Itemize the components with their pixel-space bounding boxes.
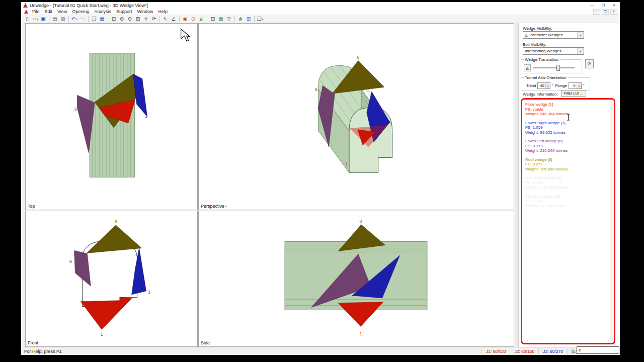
- table-icon[interactable]: ⊞: [245, 16, 253, 23]
- spin-down-icon[interactable]: ▼: [578, 86, 580, 88]
- grid-icon[interactable]: ⊟: [209, 16, 217, 23]
- title-bar[interactable]: Unwedge - [Tutorial 01 Quick Start.weg -…: [21, 2, 620, 9]
- support-bolt-icon[interactable]: ⋔: [236, 16, 245, 23]
- new-file-icon[interactable]: ▯: [23, 16, 31, 23]
- filter-list-button[interactable]: Filter List ...: [561, 90, 586, 97]
- trend-value[interactable]: 45: [538, 83, 545, 88]
- redo-icon[interactable]: ↷▾: [78, 16, 87, 23]
- wedge-view-icon[interactable]: ◭: [197, 16, 205, 23]
- wedge-number-label: 1: [345, 161, 348, 166]
- panel-splitter[interactable]: [515, 23, 518, 347]
- menu-opening[interactable]: Opening: [69, 9, 92, 14]
- data-sheet-icon[interactable]: ▦: [217, 16, 225, 23]
- wedge-translation-slider[interactable]: [533, 67, 575, 68]
- wedge-list-scrollbar[interactable]: [610, 100, 613, 342]
- menu-file[interactable]: File: [30, 9, 42, 14]
- filter-icon[interactable]: ▽: [225, 16, 233, 23]
- front-view-canvas[interactable]: 8 6 3 1: [26, 211, 197, 346]
- menu-edit[interactable]: Edit: [42, 9, 55, 14]
- wedge-info-line: FS: 1.175: [525, 199, 609, 204]
- wedge-info-line: FS: 1.059: [525, 125, 609, 130]
- wedge-information-label: Wedge Information:: [523, 92, 558, 97]
- minimize-button[interactable]: —: [587, 2, 598, 9]
- zoom-in-icon[interactable]: ⊕: [118, 16, 126, 23]
- print-icon: ▥: [60, 16, 65, 22]
- mdi-restore-button[interactable]: ❐: [602, 9, 609, 15]
- close-button[interactable]: ✕: [609, 2, 620, 9]
- wedge-info-line: Weight: 210.340 tonnes: [525, 148, 609, 153]
- rotate-view-icon[interactable]: ⟳: [150, 16, 158, 23]
- mdi-close-button[interactable]: ✕: [610, 9, 617, 15]
- undo-icon[interactable]: ↶▾: [70, 16, 78, 23]
- chevron-down-icon[interactable]: ▾: [262, 18, 264, 21]
- plunge-value[interactable]: 0: [569, 83, 577, 88]
- wedge-info-line: Near End wedge [9]: [525, 175, 609, 180]
- wedge-info-entry[interactable]: Lower Left wedge [6]FS: 0.319Weight: 210…: [525, 139, 609, 153]
- stereonet-icon[interactable]: ⊙: [189, 16, 197, 23]
- wedge-translation-group: Wedge Translation: ◭: [521, 59, 582, 73]
- overlay-text-box[interactable]: c: [577, 346, 619, 354]
- wedge-number-label: 3: [145, 114, 147, 119]
- maximize-button[interactable]: ❐: [598, 2, 609, 9]
- wedge-info-line: FS: 0.272: [525, 162, 609, 167]
- side-view-canvas[interactable]: 8 1: [199, 211, 514, 346]
- bolt-visibility-value: Intersecting Wedges: [525, 49, 561, 53]
- chevron-down-icon[interactable]: ▾: [37, 18, 38, 21]
- side-view-pane[interactable]: 8 1 Side: [198, 211, 514, 347]
- zoom-out-icon[interactable]: ⊖: [126, 16, 134, 23]
- document-icon[interactable]: [24, 10, 28, 14]
- trend-spinner[interactable]: 45 ▲▼: [537, 82, 550, 89]
- reset-icon: ⟳: [588, 61, 592, 66]
- wedge-number-label: 3: [388, 120, 390, 125]
- measure-icon[interactable]: ∠: [170, 16, 178, 23]
- menu-support[interactable]: Support: [114, 9, 135, 14]
- view-label-top: Top: [28, 204, 35, 209]
- copy-icon[interactable]: ❐: [90, 16, 98, 23]
- info-viewer-icon[interactable]: ◉: [181, 16, 189, 23]
- toolbar-separator: [234, 16, 235, 22]
- zoom-window-icon[interactable]: ⊞: [134, 16, 142, 23]
- wedge-info-entry[interactable]: Far End wedge [10]FS: 1.175Weight: 54.70…: [525, 194, 609, 209]
- window-layout-icon[interactable]: ❏▾: [256, 16, 264, 23]
- spin-down-icon[interactable]: ▼: [547, 86, 549, 88]
- top-view-pane[interactable]: 6 3 Top: [25, 23, 198, 210]
- menu-window[interactable]: Window: [134, 9, 155, 14]
- chevron-down-icon[interactable]: ▾: [577, 32, 584, 38]
- bolt-visibility-dropdown[interactable]: Intersecting Wedges ▾: [523, 47, 584, 55]
- perspective-view-canvas[interactable]: 8 6 3 1: [199, 24, 514, 210]
- wedge-info-line: FS: 1.762: [525, 180, 609, 186]
- select-arrow-icon: ↖: [164, 16, 168, 22]
- wedge-information-panel: Floor wedge [1]FS: stableWeight: 240.364…: [521, 98, 615, 344]
- print-icon[interactable]: ▥: [59, 16, 67, 23]
- perspective-view-pane[interactable]: 8 6 3 1 Perspective▾: [198, 23, 514, 210]
- menu-view[interactable]: View: [55, 9, 69, 14]
- wedge-info-entry[interactable]: Roof wedge [8]FS: 0.272Weight: 105.899 t…: [525, 157, 609, 172]
- page-setup-icon[interactable]: ▤: [51, 16, 59, 23]
- chevron-down-icon[interactable]: ▾: [84, 18, 86, 21]
- front-view-pane[interactable]: 8 6 3 1 Front: [25, 211, 198, 347]
- slider-thumb[interactable]: [556, 65, 560, 71]
- wedge-info-line: Weight: 105.899 tonnes: [525, 167, 609, 172]
- wedge-translation-mode-button[interactable]: ◭: [524, 64, 531, 71]
- menu-analysis[interactable]: Analysis: [92, 9, 114, 14]
- mdi-minimize-button[interactable]: —: [593, 9, 600, 15]
- wedge-translation-reset-button[interactable]: ⟳: [585, 59, 594, 68]
- unwedge-window: Unwedge - [Tutorial 01 Quick Start.weg -…: [21, 2, 620, 355]
- plunge-spinner[interactable]: 0 ▲▼: [569, 82, 582, 89]
- menu-help[interactable]: Help: [155, 9, 170, 14]
- zoom-window-icon: ⊞: [136, 16, 140, 22]
- pan-icon[interactable]: ✛: [142, 16, 150, 23]
- chevron-down-icon[interactable]: ▾: [76, 18, 77, 21]
- wedge-info-line: Far End wedge [10]: [525, 194, 609, 199]
- select-arrow-icon[interactable]: ↖: [162, 16, 170, 23]
- chart-icon[interactable]: ▦: [98, 16, 106, 23]
- wedge-info-entry[interactable]: Near End wedge [9]FS: 1.762Weight: 103.1…: [525, 175, 609, 190]
- wedge-visibility-dropdown[interactable]: ◭ Perimeter Wedges ▾: [523, 31, 584, 39]
- zoom-extents-icon[interactable]: ⊡: [110, 16, 118, 23]
- chevron-down-icon[interactable]: ▾: [577, 48, 584, 54]
- save-icon[interactable]: ▣: [39, 16, 47, 23]
- view-label-perspective[interactable]: Perspective▾: [201, 204, 227, 209]
- top-view-canvas[interactable]: 6 3: [26, 24, 197, 210]
- open-file-icon[interactable]: ▱▾: [31, 16, 39, 23]
- filter-icon: ▽: [227, 16, 231, 22]
